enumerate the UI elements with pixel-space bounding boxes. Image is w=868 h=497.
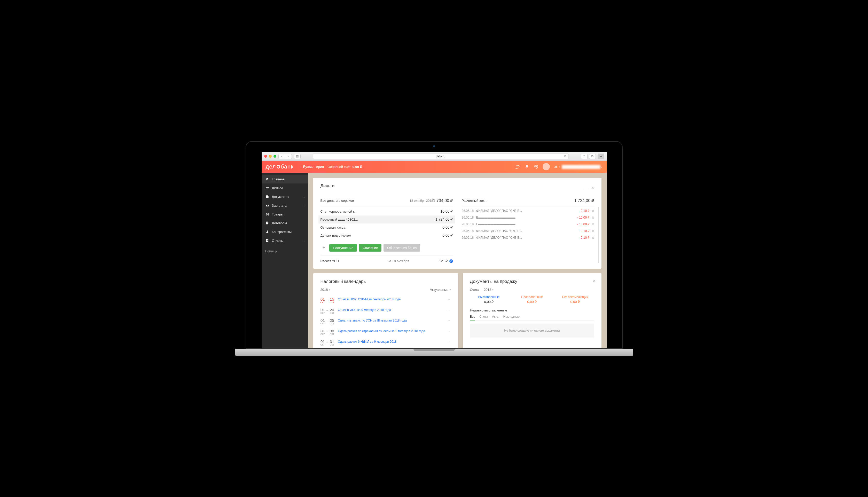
sidebar-item-товары[interactable]: Товары	[262, 210, 308, 218]
tx-amount: - 10,00 ₽	[577, 216, 590, 219]
account-row[interactable]: Счет корпоративной к...10,00	[320, 208, 453, 215]
close-icon[interactable]: ✕	[591, 186, 594, 190]
sidebar-item-label: Отчеты	[272, 239, 284, 243]
calendar-title: Налоговый календарь	[320, 279, 451, 284]
doc-year-filter[interactable]: 2018 ▾	[484, 288, 494, 292]
stat-label: Неоплаченные	[513, 295, 551, 299]
account-label: Основная касса	[320, 226, 443, 229]
copy-icon[interactable]: ⧉	[592, 216, 594, 219]
calendar-item[interactable]: 01ОКТ–20ОКТОтчет в ФСС за 9 месяцев 2018…	[320, 306, 451, 316]
arrow-right-icon: →	[447, 308, 451, 312]
transaction-row[interactable]: 26.06.18Е▬▬▬▬▬▬▬▬▬▬▬▬- 10,00 ₽⧉	[462, 214, 594, 221]
transaction-row[interactable]: 26.06.18ФИЛИАЛ "ДЕЛО" ПАО "СКБ-Б...- 0,1…	[462, 234, 594, 241]
copy-icon[interactable]: ⧉	[592, 236, 594, 240]
tab-все[interactable]: Все	[470, 315, 476, 321]
new-tab-button[interactable]: +	[598, 154, 604, 159]
stat-value: 0,00 ₽	[556, 300, 594, 304]
docs-icon	[265, 195, 270, 199]
doc-stat[interactable]: Выставленные0,00 ₽	[470, 295, 508, 304]
money-title: Деньги	[320, 183, 582, 189]
sidebar-item-отчеты[interactable]: Отчеты⌄	[262, 236, 308, 245]
add-icon[interactable]: +	[320, 245, 328, 251]
sidebar-toggle-icon[interactable]: ▥	[294, 154, 301, 159]
bell-icon[interactable]	[524, 164, 530, 170]
breadcrumb-back[interactable]: ‹ Бухгалтерия	[300, 165, 324, 169]
tab-акты[interactable]: Акты	[492, 315, 499, 320]
account-row[interactable]: Деньги под отчетом0,00	[320, 231, 453, 240]
date-range: 01ОКТ–30ОКТ	[320, 329, 334, 336]
contract-icon	[265, 221, 270, 225]
scrollbar[interactable]	[598, 207, 599, 263]
share-icon[interactable]: ⇪	[581, 154, 588, 159]
year-filter[interactable]: 2018 ▾	[320, 288, 330, 292]
income-button[interactable]: Поступление	[329, 244, 357, 252]
close-icon[interactable]: ✕	[592, 279, 596, 283]
svg-rect-13	[266, 240, 267, 241]
expense-button[interactable]: Списание	[359, 244, 382, 252]
minimize-icon[interactable]: —	[584, 186, 588, 190]
account-row[interactable]: Основная касса0,00	[320, 224, 453, 231]
account-row[interactable]: Расчетный ▬▬ 40802...1 724,00	[318, 215, 455, 224]
sidebar-help[interactable]: Помощь	[262, 245, 308, 258]
right-account-link[interactable]: Расчетный хох...	[462, 199, 574, 202]
calendar-item[interactable]: 01ОКТ–15ОКТОтчет в ПФР: СЗВ-М за сентябр…	[320, 295, 451, 306]
home-icon	[265, 177, 270, 181]
check-icon: ✓	[449, 259, 453, 263]
copy-icon[interactable]: ⧉	[592, 229, 594, 233]
minimize-window-icon[interactable]	[269, 155, 272, 158]
avatar[interactable]	[542, 163, 550, 170]
chevron-down-icon: ⌄	[303, 239, 305, 242]
total-amount: 1 734,00	[433, 198, 453, 203]
logo[interactable]: делбанк	[266, 164, 294, 170]
transaction-row[interactable]: 26.06.18ФИЛИАЛ "ДЕЛО" ПАО "СКБ-Б...- 0,1…	[462, 208, 594, 214]
url-bar[interactable]: delo.ru ⟳	[313, 154, 568, 159]
usn-amount: 121 ₽	[439, 259, 447, 263]
sidebar-item-документы[interactable]: Документы⌄	[262, 192, 308, 201]
copy-icon[interactable]: ⧉	[592, 223, 594, 226]
user-name[interactable]: ИП Е████████████████ч	[553, 165, 602, 169]
transaction-row[interactable]: 26.06.18Е▬▬▬▬▬▬▬▬▬▬▬▬- 10,00 ₽⧉	[462, 221, 594, 228]
calendar-item[interactable]: 01ОКТ–25ОКТОплатить аванс по УСН за III …	[320, 316, 451, 327]
calendar-text: Отчет в ПФР: СЗВ-М за сентябрь 2018 года	[338, 297, 443, 302]
app-topbar: делбанк ‹ Бухгалтерия Основной счет: 0,0…	[262, 161, 607, 173]
sidebar-item-зарплата[interactable]: Зарплата⌄	[262, 201, 308, 210]
maximize-window-icon[interactable]	[274, 155, 276, 158]
recent-heading: Недавно выставленные	[470, 308, 594, 312]
account-label: Основной счет:	[328, 165, 352, 169]
sidebar-item-label: Контрагенты	[272, 230, 292, 234]
arrow-right-icon: →	[447, 329, 451, 333]
partners-icon	[265, 230, 270, 234]
account-label: Расчетный ▬▬ 40802...	[320, 217, 436, 222]
sidebar-item-главная[interactable]: Главная	[262, 175, 308, 183]
doc-stat[interactable]: Неоплаченные0,00 ₽	[513, 295, 551, 304]
refresh-bank-button[interactable]: Обновить из банка	[384, 244, 420, 252]
sidebar-item-label: Главная	[272, 177, 285, 181]
gear-icon[interactable]	[533, 164, 539, 170]
transaction-row[interactable]: 26.06.18ФИЛИАЛ "ДЕЛО" ПАО "СКБ-Б...- 0,1…	[462, 228, 594, 234]
back-button[interactable]: ‹	[278, 154, 285, 159]
chat-icon[interactable]	[515, 164, 520, 170]
calendar-item[interactable]: 01ОКТ–30ОКТСдать расчет по страховым взн…	[320, 327, 451, 338]
copy-icon[interactable]: ⧉	[592, 209, 594, 213]
account-label: Деньги под отчетом	[320, 233, 443, 237]
tab-накладные[interactable]: Накладные	[503, 315, 520, 320]
doc-type-filter[interactable]: Счета	[470, 288, 479, 292]
forward-button[interactable]: ›	[285, 154, 292, 159]
svg-rect-9	[266, 222, 268, 223]
doc-stat[interactable]: Без закрывающих0,00 ₽	[556, 295, 594, 304]
tx-name: ФИЛИАЛ "ДЕЛО" ПАО "СКБ-Б...	[476, 209, 577, 213]
calendar-item[interactable]: 01ОКТ–31ОКТСдать расчет 6-НДФЛ за 9 меся…	[320, 338, 451, 348]
reload-icon[interactable]: ⟳	[564, 155, 567, 158]
tabs-icon[interactable]: ⧉	[589, 154, 596, 159]
sidebar-item-договоры[interactable]: Договоры	[262, 218, 308, 227]
sidebar-item-деньги[interactable]: Деньги	[262, 183, 308, 192]
sidebar-item-контрагенты[interactable]: Контрагенты	[262, 227, 308, 236]
status-filter[interactable]: Актуальные ▾	[430, 288, 451, 292]
money-card: Деньги — ✕ Все деньги в сервисе 18 октяб…	[313, 178, 602, 269]
close-window-icon[interactable]	[264, 155, 267, 158]
date-range: 01ОКТ–25ОКТ	[320, 318, 334, 325]
chevron-down-icon: ▾	[450, 288, 451, 291]
account-amount: 0,00	[442, 233, 453, 237]
tab-счета[interactable]: Счета	[479, 315, 488, 320]
sales-docs-card: ✕ Документы на продажу Счета 2018 ▾ Выст…	[463, 273, 602, 348]
